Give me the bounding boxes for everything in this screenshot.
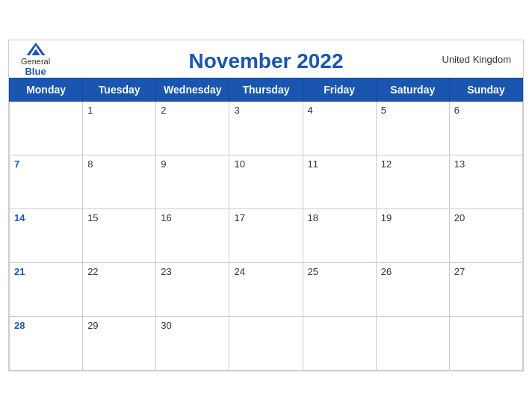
calendar-cell: 1 [83,102,156,155]
calendar-table: Monday Tuesday Wednesday Thursday Friday… [9,78,523,371]
week-row-1: 123456 [10,102,523,155]
calendar-cell: 14 [10,209,83,263]
calendar-cell: 26 [376,263,449,317]
date-number: 9 [161,158,224,170]
date-number: 1 [87,105,151,116]
date-number: 29 [87,320,151,331]
week-row-3: 14151617181920 [10,209,523,263]
week-row-5: 282930 [10,317,523,371]
calendar-cell: 2 [156,102,229,155]
calendar-cell: 17 [229,209,303,263]
date-number: 15 [87,212,151,223]
date-number: 7 [14,158,78,170]
calendar-cell: 29 [83,317,156,371]
date-number: 6 [454,105,518,116]
logo-icon [25,42,46,57]
calendar-cell: 18 [303,209,376,263]
date-number: 11 [308,158,371,170]
date-number: 2 [161,105,224,116]
date-number: 16 [161,212,224,223]
calendar-cell: 15 [83,209,156,263]
date-number: 23 [161,266,224,277]
calendar-cell: 19 [376,209,449,263]
header-friday: Friday [303,78,376,102]
logo-blue-text: Blue [25,66,46,77]
header-saturday: Saturday [376,78,449,102]
calendar-cell [229,317,303,371]
calendar-cell: 7 [10,155,83,209]
calendar-cell: 8 [83,155,156,209]
date-number: 19 [381,212,445,223]
date-number: 22 [87,266,151,277]
header-wednesday: Wednesday [156,78,229,102]
country-label: United Kingdom [442,54,512,65]
calendar-cell [376,317,449,371]
date-number: 28 [14,320,78,331]
date-number: 4 [308,105,371,116]
calendar-cell: 12 [376,155,449,209]
calendar-title: November 2022 [188,49,343,73]
week-row-4: 21222324252627 [10,263,523,317]
calendar-cell: 21 [10,263,83,317]
calendar-cell: 3 [229,102,303,155]
logo: General Blue [21,42,50,77]
calendar-cell: 4 [303,102,376,155]
calendar-cell [449,317,522,371]
date-number: 25 [308,266,371,277]
calendar-cell [10,102,83,155]
calendar-cell: 6 [449,102,522,155]
header-sunday: Sunday [449,78,522,102]
date-number: 24 [234,266,297,277]
date-number: 5 [381,105,445,116]
calendar-cell: 10 [229,155,303,209]
header-thursday: Thursday [229,78,303,102]
date-number: 17 [234,212,297,223]
calendar-cell: 28 [10,317,83,371]
calendar-cell: 22 [83,263,156,317]
date-number: 12 [381,158,445,170]
header-tuesday: Tuesday [83,78,156,102]
date-number: 27 [454,266,518,277]
date-number: 10 [234,158,297,170]
calendar-cell: 13 [449,155,522,209]
calendar-cell: 11 [303,155,376,209]
date-number: 20 [454,212,518,223]
calendar-cell: 9 [156,155,229,209]
date-number: 8 [87,158,151,170]
date-number: 30 [161,320,224,331]
date-number: 21 [14,266,78,277]
day-headers-row: Monday Tuesday Wednesday Thursday Friday… [10,78,523,102]
date-number: 18 [308,212,371,223]
calendar-cell: 5 [376,102,449,155]
calendar-cell: 30 [156,317,229,371]
calendar-cell: 16 [156,209,229,263]
logo-general-text: General [21,57,50,66]
calendar-cell: 24 [229,263,303,317]
calendar-cell: 23 [156,263,229,317]
calendar-header: General Blue November 2022 United Kingdo… [9,40,523,78]
date-number: 3 [234,105,297,116]
date-number: 26 [381,266,445,277]
date-number: 14 [14,212,78,223]
calendar-cell [303,317,376,371]
calendar-cell: 25 [303,263,376,317]
calendar-cell: 27 [449,263,522,317]
header-monday: Monday [10,78,83,102]
calendar-container: General Blue November 2022 United Kingdo… [8,40,524,371]
calendar-cell: 20 [449,209,522,263]
week-row-2: 78910111213 [10,155,523,209]
date-number: 13 [454,158,518,170]
